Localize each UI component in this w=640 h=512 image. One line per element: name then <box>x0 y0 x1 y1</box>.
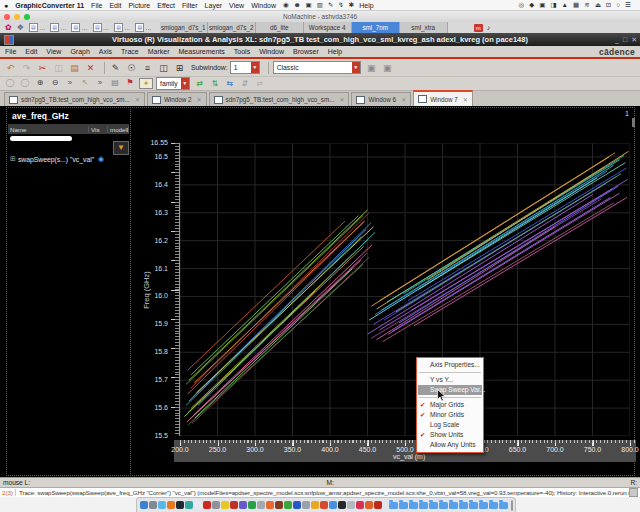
virtuoso-menu-help[interactable]: Help <box>328 48 342 55</box>
dock-folder-7[interactable] <box>449 502 458 509</box>
dock-app-12[interactable] <box>239 501 247 509</box>
subwindow-select[interactable]: 1 ▼ <box>230 61 260 74</box>
virtuoso-menu-marker[interactable]: Marker <box>148 48 170 55</box>
overflow2-icon[interactable]: » <box>94 78 106 89</box>
screen-icon[interactable]: ⊡ <box>606 1 611 9</box>
dock-app-10[interactable] <box>221 501 229 509</box>
dock-app-27[interactable] <box>374 501 382 509</box>
dock-folder-2[interactable] <box>399 502 408 509</box>
trash-icon[interactable]: ▥ <box>317 1 323 9</box>
strip-chart-icon[interactable]: ≡ <box>141 63 154 73</box>
menu-item-y-vs-y-[interactable]: Y vs Y... <box>417 375 483 385</box>
gear-icon[interactable]: ✱ <box>349 1 354 9</box>
x-axis-ruler[interactable]: 200.0250.0300.0350.0400.0450.0500.0550.0… <box>174 440 636 462</box>
swap-xy-icon[interactable]: ⇄ <box>194 79 206 88</box>
dock-app-19[interactable] <box>302 501 310 509</box>
split-view-icon[interactable]: ◫ <box>157 63 170 73</box>
menu-item-axis-properties-[interactable]: Axis Properties... <box>417 360 483 370</box>
speaker-icon[interactable]: ♪ <box>487 24 491 31</box>
column-modelfiles[interactable]: modelFiles <box>108 126 129 133</box>
filter-button[interactable]: ▼ <box>113 141 129 155</box>
dock-app-14[interactable] <box>257 501 265 509</box>
family-select[interactable]: family ▼ <box>156 77 190 90</box>
macos-menu-effect[interactable]: Effect <box>157 2 175 9</box>
menu-item-swap-sweep-var-[interactable]: Swap Sweep Var... <box>418 385 482 395</box>
dock-folder-4[interactable] <box>419 502 428 509</box>
prev-view-icon[interactable]: ◯ <box>4 78 16 89</box>
window-tab-3[interactable]: sdn7pg5_TB:test_com_high_vco_sm...✕ <box>209 92 350 106</box>
dock-app-25[interactable] <box>356 501 364 509</box>
user-icon[interactable]: ☻ <box>294 1 301 9</box>
menu-item-allow-any-units[interactable]: Allow Any Units <box>417 440 483 450</box>
panel-scrollbar[interactable] <box>10 136 72 141</box>
dock-app-13[interactable] <box>248 501 256 509</box>
macos-menu-layer[interactable]: Layer <box>205 2 223 9</box>
fit-icon[interactable]: ⇆ <box>224 79 236 88</box>
workspace-tab-smlogan_d7s_2[interactable]: smlogan_d7s_2 <box>208 22 256 33</box>
display-icon[interactable]: ▣ <box>539 1 545 9</box>
menu-item-show-units[interactable]: Show Units✔ <box>417 430 483 440</box>
macos-menu-picture[interactable]: Picture <box>128 2 150 9</box>
launcher-doc-2[interactable]: ▤… <box>50 23 66 32</box>
new-window-icon[interactable]: ▣ <box>365 63 378 73</box>
launcher-doc-6[interactable]: ▤… <box>135 23 151 32</box>
flash-icon[interactable]: ↯ <box>338 1 343 9</box>
matlab-icon[interactable]: m <box>474 24 483 32</box>
dock-app-21[interactable] <box>320 501 328 509</box>
menu-item-minor-grids[interactable]: Minor Grids✔ <box>417 410 483 420</box>
dock-app-22[interactable] <box>329 501 337 509</box>
overflow-icon[interactable]: » <box>64 78 76 89</box>
dock-folder-1[interactable] <box>389 502 398 509</box>
launcher-app2-icon[interactable]: ❖ <box>17 23 24 32</box>
wifi-icon[interactable]: ≋ <box>584 1 589 9</box>
macos-menu-filter[interactable]: Filter <box>182 2 198 9</box>
grid-layout-icon[interactable]: ⊞ <box>173 63 186 73</box>
menu-item-major-grids[interactable]: Major Grids✔ <box>417 400 483 410</box>
next-view-icon[interactable]: ◯ <box>19 78 31 89</box>
dock-folder-8[interactable] <box>459 502 468 509</box>
apple-icon[interactable]: ● <box>4 2 8 9</box>
shield-icon[interactable]: ▲ <box>562 1 568 9</box>
window-tab-1[interactable]: sdn7pg5_TB:test_com_high_vco_sm...✕ <box>4 92 145 106</box>
swap-axes-icon[interactable]: ⇅ <box>209 79 221 88</box>
flag-icon[interactable]: ⚑ <box>124 78 136 89</box>
dock-app-23[interactable] <box>338 501 346 509</box>
undo-icon[interactable]: ↶ <box>4 63 17 73</box>
workspace-tab-smlogan_d7s_1[interactable]: smlogan_d7s_1 <box>160 22 208 33</box>
brush-icon[interactable]: ✎ <box>328 1 333 9</box>
virtuoso-menu-window[interactable]: Window <box>259 48 284 55</box>
window-tab-2[interactable]: Window 2✕ <box>147 92 207 106</box>
label-icon[interactable]: ✦ <box>139 78 153 89</box>
close-tab-icon[interactable]: ✕ <box>135 96 140 103</box>
close-tab-icon[interactable]: ✕ <box>401 96 406 103</box>
virtuoso-menu-tools[interactable]: Tools <box>234 48 250 55</box>
macos-menu-edit[interactable]: Edit <box>109 2 121 9</box>
macos-app-name[interactable]: GraphicConverter 11 <box>15 2 84 9</box>
dock-folder-10[interactable] <box>479 502 488 509</box>
dock-app-9[interactable] <box>212 501 220 509</box>
virtuoso-menu-view[interactable]: View <box>46 48 61 55</box>
dock-app-4[interactable] <box>167 501 175 509</box>
style-select[interactable]: Classic ▼ <box>273 61 361 74</box>
dock-app-18[interactable] <box>293 501 301 509</box>
window-tab-4[interactable]: Window 6✕ <box>351 92 411 106</box>
vpn-icon[interactable]: ◆ <box>529 1 534 9</box>
close-tab-icon[interactable]: ✕ <box>463 96 468 103</box>
chevron-down-icon[interactable]: ▼ <box>251 62 259 73</box>
y-axis-ruler[interactable] <box>170 143 180 436</box>
macos-help-menu[interactable]: Help <box>359 2 373 9</box>
notification-icon[interactable]: ☰ <box>625 1 631 9</box>
paste-icon[interactable]: ▤ <box>68 63 81 73</box>
cut-icon[interactable]: ✂ <box>36 63 49 73</box>
chevron-down-icon[interactable]: ▼ <box>181 78 189 89</box>
launcher-doc-4[interactable]: ▤… <box>93 23 109 32</box>
probe-icon[interactable]: ✎ <box>109 63 122 73</box>
expander-icon[interactable]: ⊞ <box>10 155 16 163</box>
macos-menu-file[interactable]: File <box>91 2 102 9</box>
close-window-icon[interactable]: ▣ <box>381 63 394 73</box>
keyboard-icon[interactable]: ▦ <box>573 1 579 9</box>
chevron-down-icon[interactable]: ▼ <box>352 62 360 73</box>
dock-app-24[interactable] <box>347 501 355 509</box>
docker-icon[interactable]: ◨ <box>550 1 556 9</box>
launcher-doc-5[interactable]: ▤… <box>114 23 130 32</box>
